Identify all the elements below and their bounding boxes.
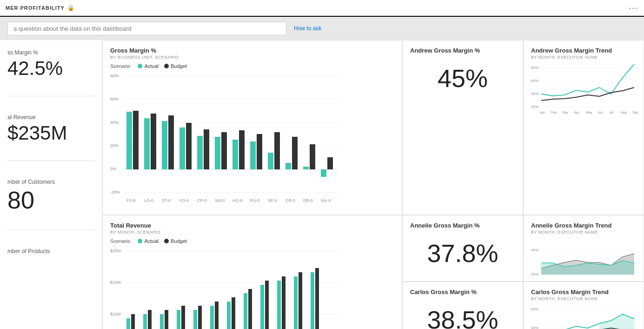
rev-scenario-label: Scenario [110,238,130,244]
more-options-button[interactable]: ··· [629,3,638,13]
annelie-trend-subtitle: BY MONTH, EXECUTIVE NAME [531,230,636,235]
svg-text:Jul: Jul [609,111,613,114]
qa-input[interactable] [7,22,286,35]
svg-text:60%: 60% [531,307,538,311]
svg-text:May: May [586,111,592,114]
svg-rect-30 [285,163,291,169]
andrew-trend-card: Andrew Gross Margin Trend BY MONTH, EXEC… [523,40,644,215]
svg-text:FO-0: FO-0 [179,198,189,203]
svg-rect-93 [311,272,314,329]
svg-rect-32 [303,167,309,169]
carlos-gm-value: 38.5% [410,305,515,329]
how-to-ask-link[interactable]: How to ask [294,25,321,32]
dashboard-title: MER PROFITABILITY 🔒 [6,5,75,11]
svg-text:ST-0: ST-0 [162,198,171,203]
svg-rect-34 [321,169,326,177]
svg-text:20%: 20% [110,143,119,148]
svg-rect-85 [244,293,247,329]
rev-legend: Scenario Actual Budget [110,238,394,244]
gm-legend: Scenario Actual Budget [110,63,394,69]
svg-rect-87 [260,285,264,329]
svg-rect-89 [277,281,281,329]
svg-rect-75 [160,314,164,329]
customers-metric: mber of Customers 80 [7,179,94,212]
andrew-trend-subtitle: BY MONTH, EXECUTIVE NAME [531,55,636,60]
svg-text:20%: 20% [531,272,538,276]
svg-text:SM-0: SM-0 [215,198,225,203]
annelie-gm-title: Annelie Gross Margin % [410,222,515,229]
lock-icon: 🔒 [67,5,75,11]
svg-rect-88 [265,281,269,329]
svg-text:CR-0: CR-0 [285,198,295,203]
annelie-gm-value: 37.8% [410,238,515,269]
svg-rect-26 [250,141,256,169]
svg-rect-81 [210,306,214,329]
dashboard-grid: ss Margin % 42.5% al Revenue $235M mber … [0,40,644,329]
andrew-gm-card: Andrew Gross Margin % 45% [402,40,523,215]
svg-rect-74 [148,310,152,329]
carlos-gm-title: Carlos Gross Margin % [410,289,515,295]
svg-rect-91 [294,276,298,329]
actual-label: Actual [144,63,159,69]
svg-text:Feb: Feb [551,111,557,114]
budget-legend: Budget [164,63,187,69]
svg-rect-12 [126,112,132,169]
gross-margin-value: 42.5% [7,59,94,78]
svg-text:Mar: Mar [563,111,569,114]
svg-text:HO-0: HO-0 [232,198,243,203]
budget-label: Budget [171,63,187,69]
svg-text:CP-0: CP-0 [197,198,207,203]
rev-actual-label: Actual [144,238,159,244]
svg-rect-92 [299,272,302,329]
svg-text:Apr: Apr [574,111,580,114]
svg-text:$15M: $15M [110,280,121,285]
actual-dot [138,64,142,68]
gm-chart-subtitle: BY BUSINESS UNIT, SCENARIO [110,55,394,60]
svg-rect-15 [151,114,156,169]
gm-bar-chart: 80% 60% 40% 20% 0% -20% [110,72,338,207]
svg-rect-29 [274,132,280,169]
svg-rect-13 [133,111,139,169]
svg-text:SE-0: SE-0 [268,198,277,203]
annelie-trend-chart: 40% 20% Jan Feb Mar Apr May Jun Jul Aug … [531,238,638,282]
svg-rect-82 [215,302,219,329]
rev-chart-subtitle: BY MONTH, SCENARIO [110,230,394,235]
svg-text:PU-0: PU-0 [250,198,260,203]
svg-text:80%: 80% [110,74,119,78]
svg-text:60%: 60% [110,97,119,101]
scenario-label: Scenario [110,63,130,69]
svg-rect-21 [204,129,209,169]
carlos-trend-subtitle: BY MONTH, EXECUTIVE NAME [531,296,636,301]
svg-rect-28 [268,153,273,169]
left-panel: ss Margin % 42.5% al Revenue $235M mber … [0,40,102,329]
annelie-gm-card: Annelie Gross Margin % 37.8% [402,215,523,282]
svg-text:MA-0: MA-0 [321,198,331,203]
svg-rect-86 [248,289,252,329]
svg-rect-24 [232,140,238,169]
svg-rect-14 [144,118,150,169]
rev-actual-legend: Actual [138,238,159,244]
rev-budget-dot [164,239,169,243]
annelie-trend-title: Annelie Gross Margin Trend [531,222,636,229]
rev-budget-legend: Budget [164,238,187,244]
svg-rect-23 [221,132,227,169]
svg-text:20%: 20% [531,105,538,109]
svg-rect-79 [193,310,197,329]
gm-chart-title: Gross Margin % [110,47,394,54]
andrew-gm-value: 45% [410,63,515,94]
gross-margin-label: ss Margin % [7,49,94,56]
total-revenue-metric: al Revenue $235M [7,114,94,143]
svg-rect-27 [257,134,262,169]
customers-value: 80 [7,188,94,212]
svg-text:$10M: $10M [110,312,121,316]
rev-chart-title: Total Revenue [110,222,394,229]
svg-rect-90 [282,276,285,329]
gross-margin-chart-card: Gross Margin % BY BUSINESS UNIT, SCENARI… [102,40,402,215]
svg-text:Sep: Sep [632,111,638,114]
rev-bar-chart: $20M $15M $10M [110,247,338,329]
rev-actual-dot [138,239,142,243]
gross-margin-metric: ss Margin % 42.5% [7,49,94,78]
svg-text:40%: 40% [531,326,538,329]
rev-budget-label: Budget [171,238,187,244]
svg-rect-22 [215,137,220,169]
